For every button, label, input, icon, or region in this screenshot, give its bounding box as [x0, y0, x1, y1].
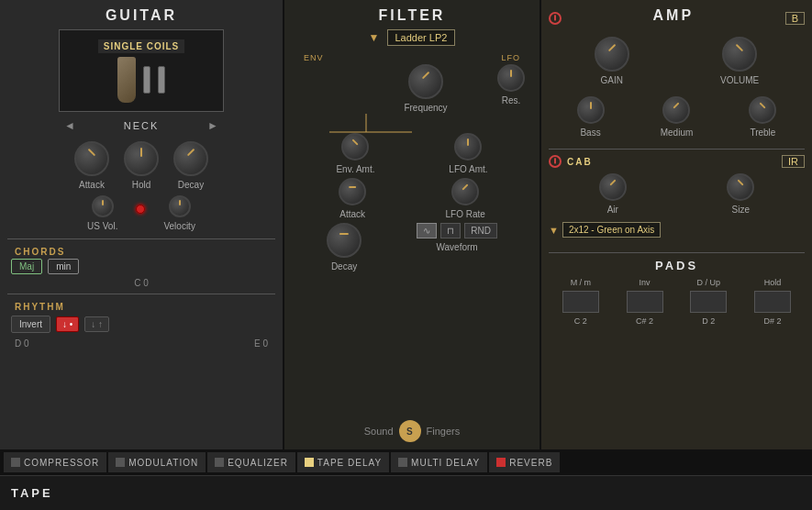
tapedelay-indicator: [305, 458, 314, 467]
brand-label: Sound: [364, 426, 394, 437]
chord-min-button[interactable]: min: [48, 259, 79, 274]
lfoamt-knob[interactable]: [454, 133, 482, 161]
air-knob[interactable]: [599, 173, 627, 201]
filter-decay-wave-row: Decay ∿ ⊓ RND Waveform: [292, 223, 532, 272]
cab-header: CAB IR: [549, 155, 805, 168]
modulation-label: MODULATION: [128, 458, 198, 468]
cab-knobs-row: Air Size: [549, 173, 805, 215]
volume-knob[interactable]: [722, 37, 757, 72]
pads-header-row: M / m Inv D / Up Hold: [549, 278, 805, 287]
guitar-title: GUITAR: [106, 7, 177, 24]
compressor-button[interactable]: COMPRESSOR: [4, 452, 106, 472]
cab-model-arrow: ▼: [549, 225, 559, 236]
reverb-button[interactable]: REVERB: [489, 452, 560, 472]
compressor-indicator: [11, 458, 20, 467]
pad-button-3[interactable]: [754, 291, 791, 313]
wave-sine-button[interactable]: ∿: [417, 223, 437, 238]
gain-knob[interactable]: [595, 37, 629, 72]
lfoamt-label: LFO Amt.: [449, 164, 487, 174]
rhythm-down-button[interactable]: ↓ •: [56, 316, 79, 332]
pads-notes-row: C 2 C# 2 D 2 D# 2: [549, 316, 805, 326]
guitar-prev-arrow[interactable]: ◄: [59, 117, 81, 134]
medium-knob[interactable]: [662, 96, 690, 124]
multidelay-button[interactable]: MULTI DELAY: [391, 452, 487, 472]
rhythm-up-button[interactable]: ↓ ↑: [84, 316, 109, 332]
filter-attack-knob[interactable]: [339, 178, 366, 205]
lforate-group: LFO Rate: [445, 178, 484, 219]
guitar-display: SINGLE COILS: [59, 29, 224, 112]
lforate-knob[interactable]: [451, 178, 479, 205]
reverb-label: REVERB: [509, 458, 552, 468]
amp-gain-vol-row: GAIN VOLUME: [549, 37, 805, 85]
bass-group: Bass: [577, 96, 605, 138]
air-group: Air: [599, 173, 627, 215]
velocity-group: Velocity: [163, 195, 195, 231]
medium-group: Medium: [661, 96, 694, 138]
velocity-label: Velocity: [163, 221, 195, 231]
amp-header-row: AMP B: [549, 7, 805, 29]
size-knob[interactable]: [727, 173, 754, 201]
cab-ir-button[interactable]: IR: [782, 155, 805, 168]
waveform-label: Waveform: [436, 242, 477, 252]
guitar-panel: GUITAR SINGLE COILS ◄ NECK ► Attack: [0, 0, 284, 449]
modulation-button[interactable]: MODULATION: [108, 452, 206, 472]
wave-rnd-button[interactable]: RND: [464, 223, 497, 238]
attack-label: Attack: [79, 180, 105, 190]
guitar-divider2: [7, 294, 275, 294]
rhythm-d-value: D 0: [15, 338, 29, 349]
cab-model-selector[interactable]: 2x12 - Green on Axis: [562, 222, 661, 238]
chords-header: Maj min: [11, 259, 272, 274]
amp-power-button[interactable]: [549, 12, 562, 25]
pad-button-1[interactable]: [627, 291, 663, 313]
cab-model-row: ▼ 2x12 - Green on Axis: [549, 218, 805, 241]
velocity-knob[interactable]: [169, 195, 191, 217]
filter-attack-group: Attack: [339, 178, 366, 219]
compressor-label: COMPRESSOR: [24, 458, 99, 468]
rhythm-section: RHYTHM Invert ↓ • ↓ ↑ D 0 E 0: [7, 298, 275, 350]
decay-knob[interactable]: [173, 141, 208, 176]
frequency-knob[interactable]: [408, 64, 443, 99]
lforate-label: LFO Rate: [445, 209, 484, 219]
envamt-knob[interactable]: [341, 133, 369, 161]
brand2-label: Fingers: [427, 426, 461, 437]
attack-group: Attack: [74, 141, 109, 190]
treble-knob[interactable]: [749, 96, 776, 124]
filter-type-selector[interactable]: Ladder LP2: [387, 29, 456, 46]
pad-button-2[interactable]: [690, 291, 727, 313]
cab-model-label: 2x12 - Green on Axis: [569, 225, 654, 235]
attack-knob[interactable]: [74, 141, 109, 176]
tapedelay-button[interactable]: TAPE DELAY: [297, 452, 389, 472]
amp-b-button[interactable]: B: [785, 12, 805, 25]
pad-button-0[interactable]: [562, 291, 599, 313]
pad-col-mm: M / m: [562, 278, 599, 287]
filter-decay-knob[interactable]: [327, 223, 362, 258]
filter-amt-row: Env. Amt. LFO Amt.: [292, 133, 532, 174]
pad-col-dup: D / Up: [690, 278, 727, 287]
multidelay-label: MULTI DELAY: [411, 458, 480, 468]
treble-group: Treble: [749, 96, 776, 138]
amp-eq-row: Bass Medium Treble: [549, 96, 805, 138]
invert-button[interactable]: Invert: [11, 316, 50, 333]
decay-label: Decay: [178, 180, 204, 190]
amp-panel: AMP B GAIN VOLUME Bass: [541, 0, 812, 449]
size-label: Size: [732, 205, 750, 215]
equalizer-button[interactable]: EQUALIZER: [207, 452, 295, 472]
filter-attack-label: Attack: [339, 209, 365, 219]
hold-knob[interactable]: [124, 141, 159, 176]
chord-maj-button[interactable]: Maj: [11, 259, 42, 274]
decay-group: Decay: [173, 141, 208, 190]
tape-section: TAPE: [0, 475, 812, 510]
cab-power-button[interactable]: [549, 155, 562, 168]
pads-section: PADS M / m Inv D / Up Hold C 2 C# 2 D 2: [549, 252, 805, 326]
wave-square-button[interactable]: ⊓: [440, 223, 461, 238]
bass-knob[interactable]: [577, 96, 605, 124]
envamt-group: Env. Amt.: [336, 133, 374, 174]
volume-label: VOLUME: [720, 75, 759, 85]
pad-note-1: C# 2: [627, 316, 663, 326]
res-knob[interactable]: [497, 64, 525, 92]
guitar-next-arrow[interactable]: ►: [202, 117, 224, 134]
usvol-knob[interactable]: [92, 195, 114, 217]
medium-label: Medium: [661, 128, 694, 138]
soundfingers-logo: Sound S Fingers: [364, 413, 461, 442]
env-label: ENV: [304, 53, 324, 62]
